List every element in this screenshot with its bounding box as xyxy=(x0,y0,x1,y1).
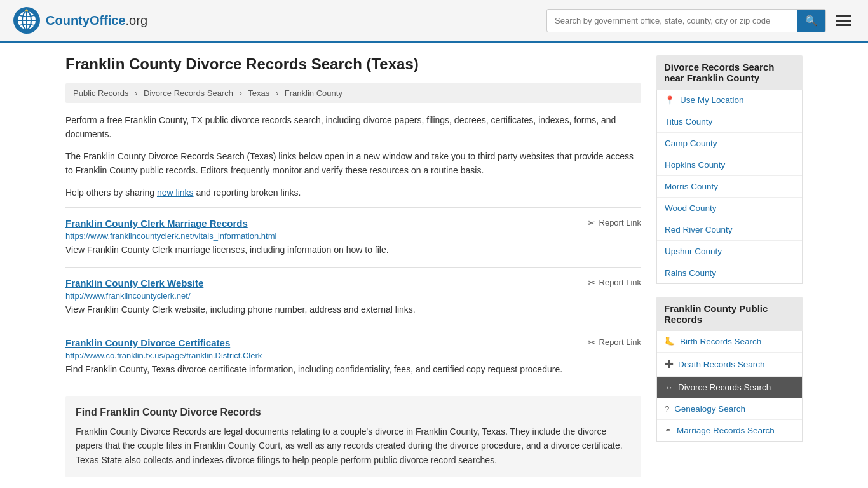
sidebar-genealogy-search[interactable]: ? Genealogy Search xyxy=(657,398,802,420)
sidebar-use-my-location[interactable]: 📍 Use My Location xyxy=(657,90,802,111)
search-input[interactable] xyxy=(547,11,797,30)
header-right: 🔍 xyxy=(546,9,855,32)
record-url-1: https://www.franklincountyclerk.net/vita… xyxy=(65,231,641,241)
report-link-1[interactable]: ✂ Report Link xyxy=(588,218,641,228)
divorce-icon: ↔ xyxy=(665,383,673,392)
breadcrumb-public-records[interactable]: Public Records xyxy=(73,88,128,98)
report-icon-3: ✂ xyxy=(588,337,595,348)
sidebar-item-camp-county[interactable]: Camp County xyxy=(657,133,802,154)
description-3: Help others by sharing new links and rep… xyxy=(65,186,641,200)
record-title-2[interactable]: Franklin County Clerk Website xyxy=(65,278,203,288)
report-link-2[interactable]: ✂ Report Link xyxy=(588,278,641,288)
main-container: Franklin County Divorce Records Search (… xyxy=(53,43,815,488)
breadcrumb-franklin-county[interactable]: Franklin County xyxy=(285,88,342,98)
sidebar-nearby-list: 📍 Use My Location Titus County Camp Coun… xyxy=(656,90,803,284)
sidebar-divorce-records[interactable]: ↔ Divorce Records Search xyxy=(657,377,802,398)
report-link-3[interactable]: ✂ Report Link xyxy=(588,337,641,348)
birth-icon: 🦶 xyxy=(665,337,675,346)
main-content: Franklin County Divorce Records Search (… xyxy=(65,55,641,477)
menu-line-1 xyxy=(836,15,851,17)
sidebar-item-wood-county[interactable]: Wood County xyxy=(657,198,802,219)
find-section: Find Franklin County Divorce Records Fra… xyxy=(65,396,641,477)
menu-line-3 xyxy=(836,24,851,26)
page-title: Franklin County Divorce Records Search (… xyxy=(65,55,641,73)
report-icon-2: ✂ xyxy=(588,278,595,288)
sidebar-item-morris-county[interactable]: Morris County xyxy=(657,176,802,198)
record-url-3: http://www.co.franklin.tx.us/page/frankl… xyxy=(65,351,641,360)
report-icon-1: ✂ xyxy=(588,218,595,228)
site-logo-icon xyxy=(13,6,41,34)
location-pin-icon: 📍 xyxy=(665,95,675,105)
site-header: CountyOffice.org 🔍 xyxy=(0,0,868,43)
description-1: Perform a free Franklin County, TX publi… xyxy=(65,113,641,142)
record-url-2: http://www.franklincountyclerk.net/ xyxy=(65,291,641,301)
sidebar-item-red-river-county[interactable]: Red River County xyxy=(657,219,802,241)
sidebar-birth-records[interactable]: 🦶 Birth Records Search xyxy=(657,331,802,353)
search-bar: 🔍 xyxy=(546,9,826,32)
record-title-3[interactable]: Franklin County Divorce Certificates xyxy=(65,337,230,348)
hamburger-menu-button[interactable] xyxy=(832,11,855,30)
sidebar-item-titus-county[interactable]: Titus County xyxy=(657,111,802,133)
sidebar-public-records-section: Franklin County Public Records 🦶 Birth R… xyxy=(656,297,803,442)
sidebar: Divorce Records Search near Franklin Cou… xyxy=(656,55,803,477)
sidebar-public-records-list: 🦶 Birth Records Search ✚ Death Records S… xyxy=(656,331,803,442)
sidebar-item-upshur-county[interactable]: Upshur County xyxy=(657,241,802,262)
description-2: The Franklin County Divorce Records Sear… xyxy=(65,149,641,178)
find-section-title: Find Franklin County Divorce Records xyxy=(76,407,631,418)
death-icon: ✚ xyxy=(665,358,673,370)
new-links-link[interactable]: new links xyxy=(157,187,194,198)
logo-text: CountyOffice.org xyxy=(46,13,147,28)
sidebar-item-hopkins-county[interactable]: Hopkins County xyxy=(657,154,802,176)
sidebar-item-rains-county[interactable]: Rains County xyxy=(657,262,802,283)
breadcrumb-texas[interactable]: Texas xyxy=(248,88,269,98)
menu-line-2 xyxy=(836,20,851,22)
sidebar-nearby-section: Divorce Records Search near Franklin Cou… xyxy=(656,55,803,284)
sidebar-marriage-records[interactable]: ⚭ Marriage Records Search xyxy=(657,420,802,441)
search-button[interactable]: 🔍 xyxy=(797,10,825,32)
record-card-3: Franklin County Divorce Certificates ✂ R… xyxy=(65,327,641,386)
sidebar-nearby-header: Divorce Records Search near Franklin Cou… xyxy=(656,55,803,90)
sidebar-public-records-header: Franklin County Public Records xyxy=(656,297,803,331)
record-desc-3: Find Franklin County, Texas divorce cert… xyxy=(65,363,641,376)
sidebar-death-records[interactable]: ✚ Death Records Search xyxy=(657,353,802,377)
record-desc-1: View Franklin County Clerk marriage lice… xyxy=(65,243,641,257)
breadcrumb: Public Records › Divorce Records Search … xyxy=(65,83,641,103)
find-section-text: Franklin County Divorce Records are lega… xyxy=(76,424,631,467)
record-card-1: Franklin County Clerk Marriage Records ✂… xyxy=(65,207,641,267)
record-desc-2: View Franklin County Clerk website, incl… xyxy=(65,303,641,316)
genealogy-icon: ? xyxy=(665,404,669,414)
breadcrumb-divorce-records-search[interactable]: Divorce Records Search xyxy=(144,88,233,98)
logo-area: CountyOffice.org xyxy=(13,6,147,34)
record-card-2: Franklin County Clerk Website ✂ Report L… xyxy=(65,267,641,327)
record-title-1[interactable]: Franklin County Clerk Marriage Records xyxy=(65,218,248,229)
marriage-icon: ⚭ xyxy=(665,426,672,435)
